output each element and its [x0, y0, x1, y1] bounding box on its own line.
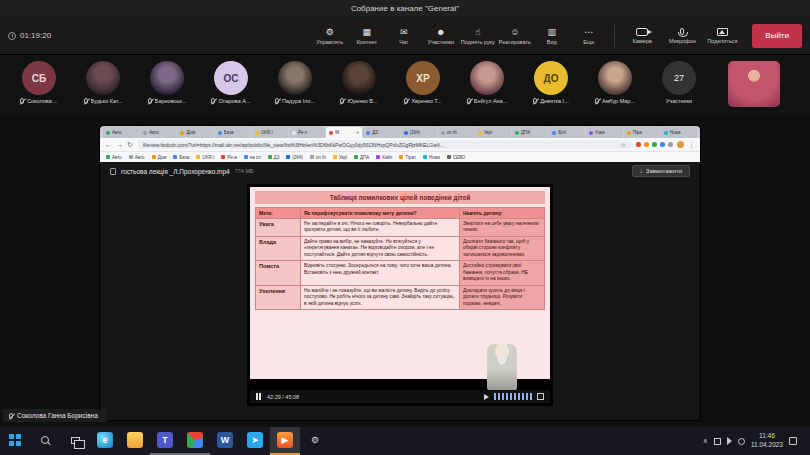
participant-tile[interactable]: Юренко В... — [330, 61, 388, 104]
toolbar-button-icon: ▥ — [548, 27, 557, 38]
progress-segments[interactable] — [494, 393, 532, 400]
browser-menu-icon[interactable]: ⋮ — [688, 141, 695, 148]
taskbar-app[interactable]: T — [150, 427, 180, 455]
bookmark-item[interactable]: на сп — [244, 155, 261, 160]
bookmark-item[interactable]: СЕВО — [447, 155, 466, 160]
browser-tab[interactable]: Авто — [103, 127, 139, 138]
extension-icon[interactable] — [636, 142, 641, 147]
bookmark-item[interactable]: Авто — [106, 155, 122, 160]
volume-icon[interactable] — [484, 394, 489, 400]
extension-icon[interactable] — [660, 142, 665, 147]
chat-button[interactable]: ✉ Чат — [385, 27, 422, 45]
task-view-button[interactable] — [60, 427, 90, 455]
browser-tab[interactable]: ДЗ — [363, 127, 399, 138]
address-bar[interactable]: fileview.fwdcdn.com/?url=https://mail.uk… — [137, 140, 632, 149]
content-button[interactable]: ▦ Контент — [348, 27, 385, 45]
browser-tab[interactable]: on th — [438, 127, 474, 138]
download-button[interactable]: ↓ Завантажити — [632, 165, 690, 177]
bookmark-item[interactable]: Дом — [152, 155, 167, 160]
bookmark-item[interactable]: База — [173, 155, 189, 160]
share-button[interactable]: Поделиться — [702, 28, 742, 44]
participants-count-tile[interactable]: 27 Участники — [650, 61, 708, 104]
bookmark-item[interactable]: Ре-а — [221, 155, 236, 160]
taskbar-app[interactable]: W — [210, 427, 240, 455]
pause-button[interactable] — [256, 393, 261, 400]
browser-tab[interactable]: ДПА — [512, 127, 548, 138]
browser-tab[interactable]: Дом — [177, 127, 213, 138]
participant-tile[interactable]: Бейгул Ана... — [458, 61, 516, 104]
react-button[interactable]: ☺ Реагировать — [496, 27, 533, 45]
microphone-button[interactable]: Микрофон — [662, 28, 702, 44]
participant-tile[interactable]: ДО Девятка І... — [522, 61, 580, 104]
manage-button[interactable]: ⚙ Управлять — [311, 27, 348, 45]
participant-tile[interactable]: Будько Кат... — [74, 61, 132, 104]
participant-tile[interactable]: Падура Іло... — [266, 61, 324, 104]
browser-tab[interactable]: Піра — [624, 127, 660, 138]
active-speaker-name: Соколова Ганна Борисівна — [17, 412, 98, 419]
battery-icon[interactable] — [714, 438, 721, 445]
taskbar-app[interactable]: ➤ — [240, 427, 270, 455]
taskbar: e T W ➤ — [0, 427, 810, 455]
taskbar-app[interactable] — [180, 427, 210, 455]
browser-profile-avatar[interactable] — [677, 141, 684, 148]
bookmark-item[interactable]: Укрі — [333, 155, 347, 160]
extension-icon[interactable] — [652, 142, 657, 147]
browser-tab[interactable]: Нова — [661, 127, 697, 138]
participant-tile[interactable]: ХР Хвренко Т... — [394, 61, 452, 104]
browser-tab[interactable]: Укрї — [475, 127, 511, 138]
forward-icon[interactable]: → — [116, 141, 123, 148]
bookmark-item[interactable]: Тірат — [399, 155, 416, 160]
taskbar-clock[interactable]: 11:46 11.04.2023 — [751, 432, 783, 450]
hidden-icons-chevron[interactable]: ∧ — [703, 437, 708, 445]
action-center-icon[interactable] — [789, 437, 797, 445]
player-time: 42:29 / 45:08 — [267, 394, 299, 400]
bookmark-item[interactable]: (264) — [286, 155, 303, 160]
taskbar-app[interactable]: ▶ — [270, 427, 300, 455]
extension-icon[interactable] — [644, 142, 649, 147]
network-icon[interactable] — [738, 438, 745, 445]
tab-close-icon[interactable]: ✕ — [356, 130, 359, 135]
bookmark-item[interactable]: ДПА — [354, 155, 369, 160]
bookmark-item[interactable]: Нова — [423, 155, 440, 160]
camera-button[interactable]: Камера — [622, 28, 662, 44]
more-button[interactable]: ⋯ Еще — [570, 27, 607, 45]
start-button[interactable] — [0, 427, 30, 455]
video-filesize: 774 МБ — [235, 168, 254, 174]
taskbar-search-button[interactable] — [30, 427, 60, 455]
browser-tab[interactable]: Авто — [140, 127, 176, 138]
participant-tile[interactable]: ОС Опарова А... — [202, 61, 260, 104]
leave-button[interactable]: Выйти — [752, 24, 802, 48]
self-view-video[interactable] — [728, 61, 780, 107]
reload-icon[interactable]: ↻ — [127, 141, 133, 148]
raise-hand-button[interactable]: ☝ Поднять руку — [459, 27, 496, 45]
bookmark-star-icon[interactable]: ☆ — [621, 141, 626, 148]
fullscreen-icon[interactable] — [537, 393, 544, 400]
view-button[interactable]: ▥ Вид — [533, 27, 570, 45]
extension-icon[interactable] — [668, 142, 673, 147]
participant-tile[interactable]: Амбур Мар... — [586, 61, 644, 104]
browser-tab[interactable]: Білі — [549, 127, 585, 138]
taskbar-app[interactable]: e — [90, 427, 120, 455]
refocus-cell: Відновіть стосунки. Зосередьтеся на тому… — [301, 261, 459, 284]
video-player[interactable]: Таблиця помилкових цілей поведінки дітей… — [247, 184, 553, 406]
file-viewer-header: гостьова лекція _Л.Прохоренко.mp4 774 МБ… — [100, 162, 700, 180]
tray-volume-icon[interactable] — [727, 437, 732, 445]
participant-tile[interactable]: Барновськ... — [138, 61, 196, 104]
bookmark-item[interactable]: UKR.I — [196, 155, 214, 160]
bookmark-item[interactable]: Авто — [129, 155, 145, 160]
browser-tab[interactable]: База — [215, 127, 251, 138]
taskbar-app[interactable]: ⚙ — [300, 427, 330, 455]
bookmark-item[interactable]: ДЗ — [268, 155, 280, 160]
taskbar-app[interactable] — [120, 427, 150, 455]
browser-tab[interactable]: М ✕ — [326, 127, 362, 138]
browser-tab[interactable]: Kate — [586, 127, 622, 138]
bookmark-item[interactable]: on th — [310, 155, 326, 160]
participants-count: 27 — [662, 61, 696, 95]
browser-tab[interactable]: Ре-з — [289, 127, 325, 138]
back-icon[interactable]: ← — [105, 141, 112, 148]
bookmark-item[interactable]: Kalin — [376, 155, 392, 160]
browser-tab[interactable]: UKR.I — [252, 127, 288, 138]
participant-tile[interactable]: СБ Соколова ... — [10, 61, 68, 104]
participants-button[interactable]: ☻ Участники — [422, 27, 459, 45]
browser-tab[interactable]: (264) — [401, 127, 437, 138]
